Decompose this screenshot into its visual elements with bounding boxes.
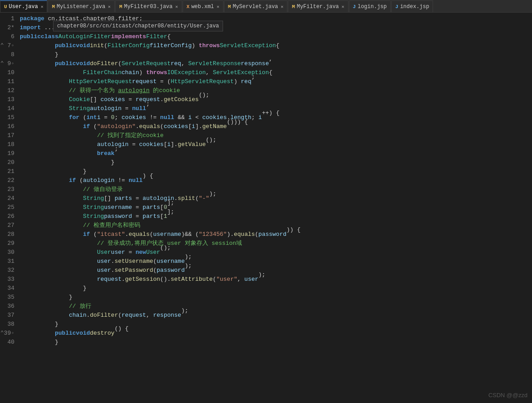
line-num-25: 25	[0, 203, 14, 212]
code-line-15: for (int i = 0; cookies != null && i < c…	[20, 113, 532, 122]
tab-label-myservlet: MyServlet.java	[232, 4, 278, 10]
tab-icon-login-jsp: J	[353, 4, 356, 9]
line-num-32: 32	[0, 266, 14, 275]
line-num-40: 40	[0, 338, 14, 347]
code-line-24: String[] parts = autologin.split("-");	[20, 194, 532, 203]
line-num-37: 37	[0, 311, 14, 320]
line-num-38: 38	[0, 320, 14, 329]
code-editor[interactable]: 1 2* 6 ⌃ 7◦ 8 ⌃ 9◦ 10 11 12 13 14 15 16 …	[0, 13, 532, 347]
line-num-8: 8	[0, 50, 14, 59]
line-num-39: ⌃39◦	[0, 329, 14, 338]
code-line-35: }	[20, 293, 532, 302]
tab-index-jsp[interactable]: J index.jsp	[391, 0, 433, 12]
line-num-23: 23	[0, 185, 14, 194]
line-num-24: 24	[0, 194, 14, 203]
code-line-36: // 放行	[20, 302, 532, 311]
line-num-18: 18	[0, 140, 14, 149]
tab-close-myfilter03[interactable]: ✕	[175, 4, 178, 9]
line-num-13: 13	[0, 95, 14, 104]
tab-icon-web-xml: X	[187, 4, 190, 9]
tab-bar: U User.java ✕ M MyListener.java ✕ M MyFi…	[0, 0, 532, 13]
line-num-17: 17	[0, 131, 14, 140]
tab-close-mylistener[interactable]: ✕	[108, 4, 111, 9]
line-num-27: 27	[0, 221, 14, 230]
tab-close-web-xml[interactable]: ✕	[217, 4, 219, 9]
tab-label-user-java: User.java	[9, 4, 38, 10]
code-line-6: public class AutoLoginFilter implements …	[20, 32, 532, 41]
code-line-40: }	[20, 338, 532, 347]
line-num-10: 10	[0, 68, 14, 77]
code-line-38: }	[20, 320, 532, 329]
tab-close-myfilter[interactable]: ✕	[342, 4, 344, 9]
line-num-11: 11	[0, 77, 14, 86]
code-line-25: String username = parts[0];	[20, 203, 532, 212]
tab-label-myfilter03: MyFilter03.java	[124, 4, 173, 10]
line-num-34: 34	[0, 284, 14, 293]
tab-icon-mylistener: M	[52, 4, 55, 9]
line-num-36: 36	[0, 302, 14, 311]
line-num-30: 30	[0, 248, 14, 257]
tab-label-mylistener: MyListener.java	[57, 4, 105, 10]
line-num-9: ⌃ 9◦	[0, 59, 14, 68]
tab-icon-myservlet: M	[228, 4, 231, 9]
line-num-12: 12	[0, 86, 14, 95]
code-line-1: package cn.itcast.chapter08.filter;	[20, 14, 532, 23]
code-line-27: // 检查用户名和密码	[20, 221, 532, 230]
line-num-2: 2*	[0, 23, 14, 32]
code-line-12: // 获得一个名为 autologin 的cookie	[20, 86, 532, 95]
tab-user-java[interactable]: U User.java ✕	[0, 0, 47, 12]
line-numbers: 1 2* 6 ⌃ 7◦ 8 ⌃ 9◦ 10 11 12 13 14 15 16 …	[0, 14, 18, 347]
tab-icon-myfilter: M	[292, 4, 295, 9]
code-line-39: public void destroy() {	[20, 329, 532, 338]
code-line-7: public void init(FilterConfig filterConf…	[20, 41, 532, 50]
tab-login-jsp[interactable]: J login.jsp	[349, 0, 391, 12]
line-num-22: 22	[0, 176, 14, 185]
line-num-19: 19	[0, 149, 14, 158]
tab-label-myfilter: MyFilter.java	[297, 4, 339, 10]
code-line-37: chain.doFilter(request, response);	[20, 311, 532, 320]
line-num-16: 16	[0, 122, 14, 131]
line-num-29: 29	[0, 239, 14, 248]
tab-mylistener-java[interactable]: M MyListener.java ✕	[48, 0, 115, 12]
tab-label-login-jsp: login.jsp	[358, 4, 387, 10]
code-content: package cn.itcast.chapter08.filter; impo…	[18, 14, 532, 347]
line-num-33: 33	[0, 275, 14, 284]
line-num-35: 35	[0, 293, 14, 302]
tab-icon-index-jsp: J	[395, 4, 398, 9]
code-line-13: Cookie[] cookies = request.getCookies();	[20, 95, 532, 104]
line-num-21: 21	[0, 167, 14, 176]
tab-label-web-xml: web.xml	[191, 4, 214, 10]
tab-myfilter-java[interactable]: M MyFilter.java ✕	[288, 0, 348, 12]
line-num-15: 15	[0, 113, 14, 122]
tab-web-xml[interactable]: X web.xml ✕	[183, 0, 224, 12]
line-num-7: ⌃ 7◦	[0, 41, 14, 50]
tab-icon-user-java: U	[4, 4, 7, 9]
tab-label-index-jsp: index.jsp	[400, 4, 429, 10]
code-line-9: public void doFilter(ServletRequest req,…	[20, 59, 532, 68]
line-num-28: 28	[0, 230, 14, 239]
line-num-26: 26	[0, 212, 14, 221]
line-num-6: 6	[0, 32, 14, 41]
code-line-11: HttpServletRequest request = (HttpServle…	[20, 77, 532, 86]
line-num-31: 31	[0, 257, 14, 266]
line-num-14: 14	[0, 104, 14, 113]
tab-myfilter03-java[interactable]: M MyFilter03.java ✕	[115, 0, 182, 12]
tab-close-myservlet[interactable]: ✕	[281, 4, 283, 9]
code-line-23: // 做自动登录	[20, 185, 532, 194]
watermark-text: CSDN @@zzd	[488, 392, 528, 399]
code-line-33: request.getSession().setAttribute("user"…	[20, 275, 532, 284]
code-line-22: if (autologin != null) {	[20, 176, 532, 185]
tab-myservlet-java[interactable]: M MyServlet.java ✕	[224, 0, 287, 12]
watermark: CSDN @@zzd	[488, 392, 528, 399]
code-line-20: }	[20, 158, 532, 167]
code-line-26: String password = parts[1];	[20, 212, 532, 221]
line-num-1: 1	[0, 14, 14, 23]
line-num-20: 20	[0, 158, 14, 167]
tab-icon-myfilter03: M	[119, 4, 122, 9]
code-line-2: import ...	[20, 23, 532, 32]
tab-close-user-java[interactable]: ✕	[40, 4, 43, 9]
